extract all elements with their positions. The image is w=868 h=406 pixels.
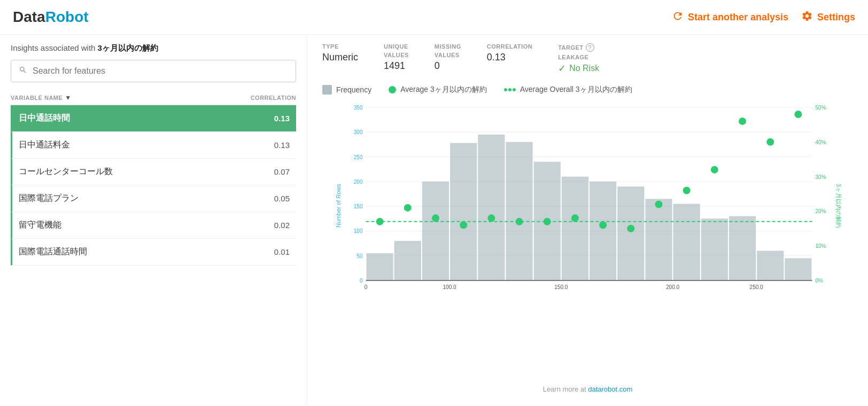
- app-container: DataRobot Start another analysis Setting…: [0, 0, 868, 406]
- insights-prefix: Insights associated with: [11, 43, 95, 52]
- svg-text:250: 250: [354, 154, 363, 160]
- right-panel: TYPE Numeric UNIQUE VALUES 1491 MISSING …: [307, 35, 868, 406]
- legend-average-label: Average 3ヶ月以内の解約: [400, 85, 487, 95]
- missing-value: 0: [435, 60, 461, 72]
- svg-point-44: [460, 221, 467, 229]
- svg-text:100.0: 100.0: [443, 284, 456, 290]
- svg-rect-36: [701, 218, 728, 280]
- svg-text:0: 0: [365, 284, 368, 290]
- dot3: [513, 88, 516, 91]
- svg-text:0%: 0%: [816, 278, 824, 284]
- stat-target-leakage: TARGET ? LEAKAGE ✓ No Risk: [558, 43, 599, 74]
- header: DataRobot Start another analysis Setting…: [0, 0, 868, 35]
- svg-rect-39: [785, 258, 811, 280]
- feature-name: 留守電機能: [19, 220, 61, 231]
- footer-text: Learn more at: [543, 385, 586, 393]
- svg-point-50: [627, 225, 634, 232]
- footer: Learn more at datarobot.com: [322, 381, 853, 397]
- feature-correlation: 0.05: [274, 194, 290, 203]
- feature-row[interactable]: 留守電機能 0.02: [11, 212, 296, 239]
- start-analysis-button[interactable]: Start another analysis: [672, 10, 788, 25]
- legend-avg-overall-dots: [504, 88, 516, 91]
- feature-row[interactable]: 国際電話プラン 0.05: [11, 185, 296, 212]
- feature-row[interactable]: 日中通話料金 0.13: [11, 132, 296, 159]
- svg-point-54: [739, 118, 746, 125]
- svg-rect-38: [757, 251, 784, 280]
- legend-average-overall: Average Overall 3ヶ月以内の解約: [504, 85, 632, 95]
- svg-rect-29: [506, 142, 532, 280]
- feature-name: コールセンターコール数: [19, 166, 113, 177]
- svg-text:200.0: 200.0: [666, 284, 679, 290]
- feature-list: 日中通話時間 0.13 日中通話料金 0.13 コールセンターコール数 0.07…: [11, 105, 296, 397]
- svg-point-56: [794, 111, 802, 118]
- chart-bars: [367, 135, 812, 280]
- no-risk-status: ✓ No Risk: [558, 63, 599, 74]
- legend-average: Average 3ヶ月以内の解約: [389, 85, 487, 95]
- target-label: TARGET: [558, 44, 583, 51]
- column-correlation: CORRELATION: [251, 95, 296, 101]
- chart-area: Number of Rows 3ヶ月以内の解約 0 50 100 150 200…: [322, 99, 853, 381]
- refresh-icon: [672, 10, 684, 25]
- feature-row[interactable]: 国際電話通話時間 0.01: [11, 239, 296, 266]
- svg-text:50%: 50%: [816, 105, 826, 111]
- main-chart: Number of Rows 3ヶ月以内の解約 0 50 100 150 200…: [322, 99, 853, 302]
- svg-rect-26: [422, 182, 449, 280]
- legend-frequency-label: Frequency: [336, 85, 371, 94]
- unique-sublabel: VALUES: [384, 52, 409, 58]
- svg-point-42: [404, 204, 412, 212]
- svg-text:0: 0: [360, 278, 363, 284]
- svg-rect-34: [645, 199, 672, 280]
- logo-data: Data: [13, 9, 45, 26]
- feature-name: 日中通話時間: [19, 113, 70, 124]
- legend: Frequency Average 3ヶ月以内の解約 Average Overa…: [322, 85, 853, 95]
- unique-label: UNIQUE: [384, 43, 409, 50]
- feature-name: 国際電話プラン: [19, 193, 79, 204]
- main-content: Insights associated with 3ヶ月以内の解約 VARIAB…: [0, 35, 868, 406]
- svg-point-51: [655, 200, 662, 208]
- logo: DataRobot: [13, 9, 89, 26]
- feature-correlation: 0.07: [274, 167, 290, 176]
- insights-target: 3ヶ月以内の解約: [98, 43, 158, 52]
- svg-rect-31: [562, 177, 588, 280]
- svg-point-52: [683, 187, 691, 194]
- svg-rect-32: [590, 182, 616, 280]
- dot1: [504, 88, 507, 91]
- svg-text:40%: 40%: [816, 139, 826, 145]
- feature-correlation: 0.13: [274, 114, 290, 123]
- stat-unique: UNIQUE VALUES 1491: [384, 43, 409, 72]
- no-risk-label: No Risk: [569, 64, 599, 73]
- insights-title: Insights associated with 3ヶ月以内の解約: [11, 43, 296, 53]
- svg-rect-33: [617, 186, 644, 280]
- feature-row[interactable]: 日中通話時間 0.13: [11, 105, 296, 132]
- table-header: VARIABLE NAME ▼ CORRELATION: [11, 91, 296, 105]
- footer-link[interactable]: datarobot.com: [588, 385, 632, 393]
- search-box[interactable]: [11, 60, 296, 82]
- legend-frequency: Frequency: [322, 85, 371, 95]
- svg-rect-28: [478, 135, 505, 280]
- x-axis: 100.0150.0200.0250.00: [365, 280, 812, 290]
- legend-freq-box: [322, 85, 332, 95]
- svg-point-53: [711, 166, 718, 174]
- svg-text:100: 100: [354, 228, 363, 234]
- dot2: [508, 88, 511, 91]
- svg-text:250.0: 250.0: [750, 284, 763, 290]
- feature-name: 国際電話通話時間: [19, 246, 87, 257]
- feature-row[interactable]: コールセンターコール数 0.07: [11, 159, 296, 185]
- svg-text:3ヶ月以内の解約: 3ヶ月以内の解約: [835, 183, 842, 228]
- type-label: TYPE: [322, 43, 358, 50]
- svg-point-41: [376, 218, 384, 225]
- column-variable-name: VARIABLE NAME ▼: [11, 94, 72, 102]
- legend-average-overall-label: Average Overall 3ヶ月以内の解約: [520, 85, 632, 95]
- feature-correlation: 0.01: [274, 247, 290, 256]
- svg-point-49: [599, 221, 607, 229]
- stat-missing: MISSING VALUES 0: [435, 43, 461, 72]
- svg-text:20%: 20%: [816, 208, 826, 214]
- settings-button[interactable]: Settings: [801, 10, 855, 25]
- svg-text:300: 300: [354, 129, 363, 135]
- help-icon[interactable]: ?: [586, 43, 594, 52]
- search-input[interactable]: [33, 66, 288, 76]
- feature-correlation: 0.13: [274, 140, 290, 150]
- stat-correlation: CORRELATION 0.13: [487, 43, 532, 63]
- sort-arrow-icon[interactable]: ▼: [65, 94, 71, 102]
- svg-rect-37: [729, 216, 756, 280]
